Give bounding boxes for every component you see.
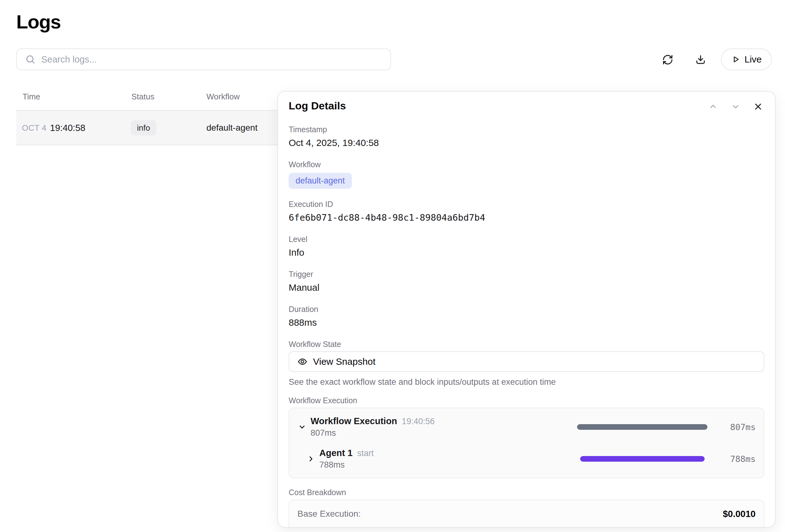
cost-breakdown-card: Base Execution: $0.0010 Model Input: $0.… xyxy=(289,500,764,528)
column-header-workflow: Workflow xyxy=(206,91,239,102)
view-snapshot-label: View Snapshot xyxy=(313,356,376,367)
eye-icon xyxy=(298,357,307,367)
column-header-time: Time xyxy=(23,91,40,102)
export-button[interactable] xyxy=(693,53,708,67)
status-badge: info xyxy=(131,120,156,135)
execution-row-meta: start xyxy=(357,449,374,458)
cost-row-label: Base Execution: xyxy=(298,509,361,519)
cost-breakdown-label: Cost Breakdown xyxy=(289,488,764,497)
next-log-button[interactable] xyxy=(729,100,742,113)
close-button[interactable] xyxy=(752,100,764,113)
execution-row-workflow[interactable]: Workflow Execution 19:40:56 807ms 807ms xyxy=(298,415,756,440)
cost-row-value: $0.0010 xyxy=(723,509,756,519)
execution-row-name: Workflow Execution xyxy=(310,416,397,426)
view-snapshot-button[interactable]: View Snapshot xyxy=(289,351,764,372)
panel-title: Log Details xyxy=(289,100,346,112)
play-icon xyxy=(731,55,740,64)
live-label: Live xyxy=(744,54,762,65)
workflow-state-label: Workflow State xyxy=(289,340,764,349)
cost-breakdown-section: Cost Breakdown Base Execution: $0.0010 M… xyxy=(289,488,764,528)
trigger-value: Manual xyxy=(289,281,764,294)
chevron-right-icon xyxy=(306,454,315,463)
workflow-state-help: See the exact workflow state and block i… xyxy=(289,377,764,387)
level-label: Level xyxy=(289,234,764,244)
chevron-up-icon xyxy=(708,102,718,111)
duration-field: Duration 888ms xyxy=(289,304,764,329)
workflow-execution-label: Workflow Execution xyxy=(289,396,764,405)
page-title: Logs xyxy=(16,10,61,33)
execution-row-duration: 807ms xyxy=(310,428,435,438)
execution-row-name: Agent 1 xyxy=(319,448,352,458)
workflow-field: Workflow default-agent xyxy=(289,160,764,189)
workflow-label: Workflow xyxy=(289,160,764,169)
duration-value: 888ms xyxy=(289,316,764,329)
live-button[interactable]: Live xyxy=(721,49,772,70)
refresh-icon xyxy=(662,54,673,65)
execution-row-agent[interactable]: Agent 1 start 788ms 788ms xyxy=(298,446,756,471)
workflow-execution-card: Workflow Execution 19:40:56 807ms 807ms xyxy=(289,407,764,478)
log-date: OCT 4 xyxy=(22,123,47,133)
execution-timeline-bar xyxy=(577,424,708,430)
prev-log-button[interactable] xyxy=(707,100,719,113)
workflow-badge[interactable]: default-agent xyxy=(289,173,352,189)
execution-row-meta: 19:40:56 xyxy=(402,417,435,426)
chevron-down-icon xyxy=(731,102,740,111)
chevron-down-icon xyxy=(298,423,306,431)
log-time: 19:40:58 xyxy=(50,123,85,133)
search-box xyxy=(16,49,391,70)
download-icon xyxy=(695,54,706,65)
workflow-state-section: Workflow State View Snapshot See the exa… xyxy=(289,340,764,387)
search-icon xyxy=(25,54,36,65)
logs-page: Logs Live Time Status Workflow OCT 4 19:… xyxy=(0,0,785,532)
duration-label: Duration xyxy=(289,304,764,314)
execution-id-field: Execution ID 6fe6b071-dc88-4b48-98c1-898… xyxy=(289,200,764,224)
execution-timeline-bar xyxy=(580,456,705,462)
timestamp-label: Timestamp xyxy=(289,125,764,134)
cost-row: Base Execution: $0.0010 xyxy=(298,508,756,520)
log-workflow-name: default-agent xyxy=(206,123,257,133)
timestamp-field: Timestamp Oct 4, 2025, 19:40:58 xyxy=(289,125,764,149)
column-header-status: Status xyxy=(131,91,154,102)
trigger-label: Trigger xyxy=(289,269,764,279)
execution-id-label: Execution ID xyxy=(289,200,764,209)
level-field: Level Info xyxy=(289,234,764,259)
execution-row-duration: 788ms xyxy=(319,460,374,470)
refresh-button[interactable] xyxy=(660,53,675,67)
search-input[interactable] xyxy=(41,54,382,65)
log-details-panel: Log Details Timestamp Oct 4, 2025, 19:40… xyxy=(277,91,776,528)
level-value: Info xyxy=(289,246,764,259)
timestamp-value: Oct 4, 2025, 19:40:58 xyxy=(289,137,764,149)
close-icon xyxy=(753,102,763,112)
execution-bar-duration: 807ms xyxy=(730,422,756,432)
execution-id-value: 6fe6b071-dc88-4b48-98c1-89804a6bd7b4 xyxy=(289,211,764,224)
trigger-field: Trigger Manual xyxy=(289,269,764,294)
workflow-execution-section: Workflow Execution Workflow Execution 19… xyxy=(289,396,764,478)
execution-bar-duration: 788ms xyxy=(730,454,756,464)
